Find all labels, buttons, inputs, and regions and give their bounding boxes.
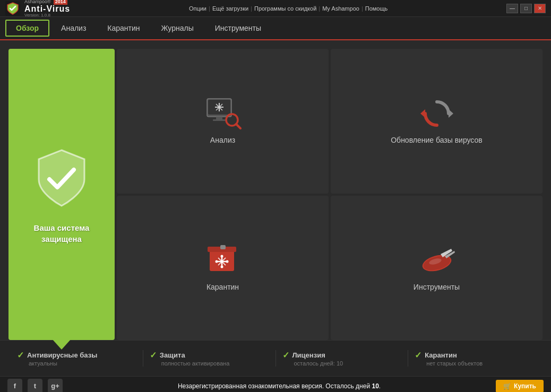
trial-period: . (379, 382, 381, 390)
status-bar: ✓ Антивирусные базы актуальны ✓ Защита п… (0, 340, 551, 376)
status-antivirus-db-title: ✓ Антивирусные базы (17, 350, 136, 360)
status-text: Ваша система защищена (19, 222, 104, 245)
menu-my-ashampoo[interactable]: My Ashampoo (322, 5, 359, 12)
svg-line-10 (236, 124, 240, 128)
status-license-title: ✓ Лицензия (282, 350, 402, 360)
app-logo-icon (5, 1, 20, 16)
buy-button[interactable]: 🛒 Купить (496, 380, 544, 393)
status-license-sub: осталось дней: 10 (282, 360, 402, 367)
trial-text: Незарегистрированная ознакомительная вер… (178, 382, 372, 390)
status-panel: Ваша система защищена (8, 49, 115, 340)
check-icon-quarantine: ✓ (415, 350, 421, 360)
version-label: Version: 1.0.8 (24, 13, 70, 18)
menu-options[interactable]: Опции (189, 5, 206, 12)
svg-point-23 (226, 260, 228, 263)
svg-marker-11 (449, 109, 453, 118)
status-quarantine-title: ✓ Карантин (415, 350, 534, 360)
update-icon (418, 98, 455, 129)
bottom-bar: f t g+ Незарегистрированная ознакомитель… (0, 376, 551, 392)
brand-name: Ashampoo® (24, 0, 51, 4)
menu-help[interactable]: Помощь (365, 5, 388, 12)
tools-label: Инструменты (414, 283, 460, 291)
check-icon-license: ✓ (282, 350, 289, 360)
grid-item-quarantine[interactable]: Карантин (117, 196, 329, 341)
app-title-text: Ashampoo® 2014 Anti-Virus Version: 1.0.8 (24, 0, 70, 18)
top-menu: Опции | Ещё загрузки | Программы со скид… (70, 5, 506, 12)
status-protection-title: ✓ Защита (150, 350, 269, 360)
title-bar: Ashampoo® 2014 Anti-Virus Version: 1.0.8… (0, 0, 551, 17)
analysis-label: Анализ (210, 136, 235, 144)
svg-point-22 (215, 260, 218, 263)
trial-days: 10 (372, 382, 378, 390)
close-button[interactable]: ✕ (534, 4, 546, 13)
product-name: Anti-Virus (24, 5, 70, 13)
grid-area: Ваша система защищена (0, 40, 551, 340)
menu-more-downloads[interactable]: Ещё загрузки (212, 5, 248, 12)
svg-rect-4 (213, 119, 226, 121)
maximize-button[interactable]: □ (520, 4, 532, 13)
quarantine-label: Карантин (206, 283, 239, 291)
minimize-button[interactable]: — (506, 4, 518, 13)
feature-grid: Анализ Обновление базы вирусов (117, 49, 543, 340)
nav-bar: Обзор Анализ Карантин Журналы Инструмент… (0, 17, 551, 40)
update-label: Обновление базы вирусов (391, 136, 483, 144)
status-item-antivirus-db: ✓ Антивирусные базы актуальны (11, 350, 143, 367)
svg-marker-12 (420, 109, 425, 118)
tab-quarantine[interactable]: Карантин (98, 21, 149, 36)
facebook-button[interactable]: f (7, 379, 22, 393)
svg-rect-3 (216, 117, 222, 119)
status-antivirus-db-sub: актуальны (17, 360, 136, 367)
status-item-protection: ✓ Защита полностью активирована (143, 350, 276, 367)
twitter-button[interactable]: t (28, 379, 42, 393)
cart-icon: 🛒 (503, 382, 511, 390)
check-icon-antivirus: ✓ (17, 350, 24, 360)
tab-tools[interactable]: Инструменты (205, 21, 271, 36)
tools-icon (418, 245, 455, 276)
status-item-quarantine: ✓ Карантин нет старых объектов (408, 350, 540, 367)
analysis-icon (204, 98, 242, 129)
shield-icon (30, 145, 93, 214)
grid-item-update[interactable]: Обновление базы вирусов (331, 49, 543, 194)
svg-rect-15 (220, 245, 226, 249)
main-content: Ваша система защищена (0, 40, 551, 376)
status-quarantine-sub: нет старых объектов (415, 360, 534, 367)
grid-item-tools[interactable]: Инструменты (331, 196, 543, 341)
menu-discounted[interactable]: Программы со скидкой (254, 5, 316, 12)
grid-item-analysis[interactable]: Анализ (117, 49, 329, 194)
trial-message: Незарегистрированная ознакомительная вер… (68, 382, 490, 390)
status-item-license: ✓ Лицензия осталось дней: 10 (276, 350, 409, 367)
buy-label: Купить (514, 382, 536, 390)
check-icon-protection: ✓ (150, 350, 157, 360)
svg-point-21 (220, 265, 223, 268)
window-controls: — □ ✕ (506, 4, 546, 13)
tab-analysis[interactable]: Анализ (51, 21, 96, 36)
svg-point-20 (220, 255, 223, 257)
tab-logs[interactable]: Журналы (152, 21, 203, 36)
quarantine-icon (204, 245, 242, 276)
app-logo-area: Ashampoo® 2014 Anti-Virus Version: 1.0.8 (5, 0, 70, 18)
tab-overview[interactable]: Обзор (5, 20, 49, 37)
gplus-button[interactable]: g+ (48, 379, 63, 393)
status-protection-sub: полностью активирована (150, 360, 269, 367)
